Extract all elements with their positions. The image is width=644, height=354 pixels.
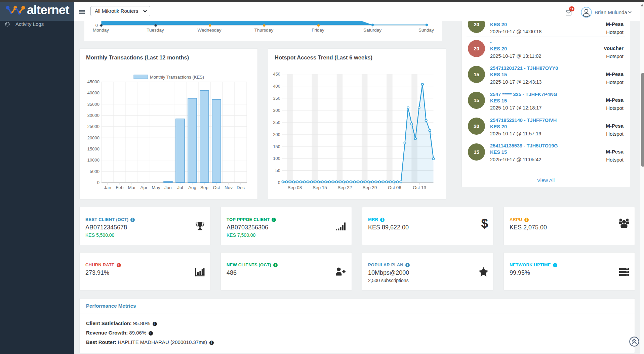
svg-text:alternet: alternet <box>27 3 69 17</box>
